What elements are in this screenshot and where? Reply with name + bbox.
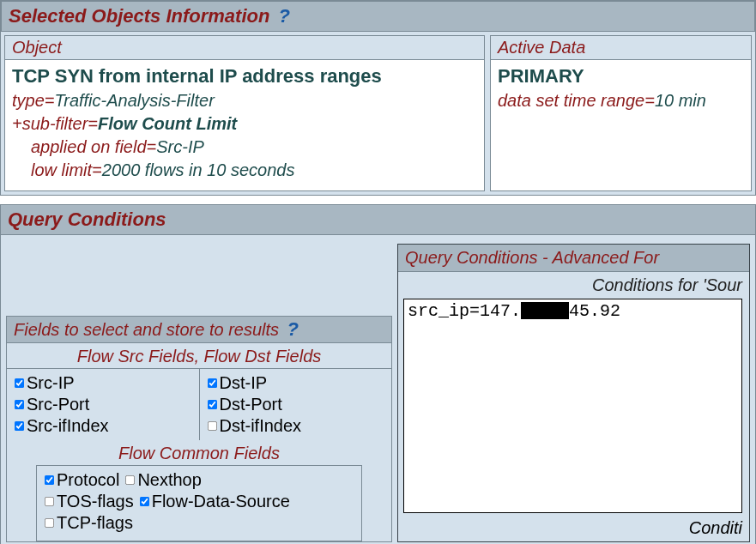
advanced-footer: Conditi [398,518,749,540]
advanced-conditions-box: Query Conditions - Advanced For Conditio… [397,244,750,542]
common-fields-box: Protocol Nexthop TOS-flags Flow-Data-Sou… [36,465,362,541]
checkbox-src-port[interactable]: Src-Port [14,394,192,415]
condition-text-suffix: 45.92 [569,301,620,321]
checkbox-label: Nexthop [137,470,202,490]
checkbox-input[interactable] [45,497,54,506]
checkbox-tcp-flags[interactable]: TCP-flags [44,512,133,534]
checkbox-input[interactable] [15,400,24,409]
checkbox-nexthop[interactable]: Nexthop [124,469,202,491]
checkbox-label: Src-ifIndex [27,416,109,436]
checkbox-input[interactable] [45,518,54,528]
fields-select-header: Fields to select and store to results ? [7,317,391,343]
type-value: Traffic-Analysis-Filter [54,91,214,110]
checkbox-input[interactable] [125,475,135,485]
flow-dst-fields-label: Flow Dst Fields [204,347,322,366]
selected-objects-panel: Selected Objects Information ? Object TC… [0,0,756,196]
checkbox-dst-ip[interactable]: Dst-IP [207,372,385,394]
object-name: TCP SYN from internal IP address ranges [12,63,477,89]
active-primary: PRIMARY [498,63,744,89]
object-column: Object TCP SYN from internal IP address … [4,35,485,191]
lowlimit-label: low limit= [31,160,102,179]
checkbox-tos-flags[interactable]: TOS-flags [44,491,134,512]
active-data-header: Active Data [491,36,751,60]
checkbox-flow-data-source[interactable]: Flow-Data-Source [139,491,290,512]
dst-fields-cell: Dst-IP Dst-Port Dst-ifIndex [200,369,392,440]
checkbox-label: Dst-IP [220,373,268,393]
range-value: 10 min [655,91,706,110]
subfilter-label: +sub-filter= [12,114,98,133]
checkbox-input[interactable] [45,475,54,485]
checkbox-input[interactable] [140,497,149,506]
checkbox-input[interactable] [15,378,24,388]
flow-src-fields-label: Flow Src Fields [77,347,195,366]
conditions-textarea[interactable]: src_ip=147.45.92 [403,299,742,513]
checkbox-label: Src-Port [27,395,89,414]
checkbox-label: TCP-flags [57,513,133,533]
src-fields-cell: Src-IP Src-Port Src-ifIndex [7,369,200,440]
checkbox-input[interactable] [15,421,24,431]
checkbox-label: Dst-ifIndex [220,416,302,436]
object-column-header: Object [5,36,484,60]
advanced-conditions-sub: Conditions for 'Sour [398,272,749,297]
checkbox-label: TOS-flags [57,492,134,511]
advanced-conditions-header: Query Conditions - Advanced For [398,245,749,272]
type-label: type= [12,91,54,110]
fields-src-dst-header: Flow Src Fields, Flow Dst Fields [7,343,391,368]
applied-value: Src-IP [156,137,204,156]
range-label: data set time range= [498,91,655,110]
help-icon[interactable]: ? [287,318,299,340]
query-conditions-header: Query Conditions [0,204,756,235]
checkbox-src-ip[interactable]: Src-IP [14,372,192,394]
checkbox-input[interactable] [207,400,216,409]
checkbox-label: Flow-Data-Source [152,492,290,511]
help-icon[interactable]: ? [279,5,290,27]
selected-objects-header: Selected Objects Information ? [1,1,755,32]
checkbox-label: Src-IP [27,373,75,393]
subfilter-value: Flow Count Limit [98,114,237,133]
checkbox-src-ifindex[interactable]: Src-ifIndex [14,415,192,437]
checkbox-input[interactable] [207,421,216,431]
checkbox-protocol[interactable]: Protocol [44,469,119,491]
checkbox-dst-port[interactable]: Dst-Port [207,394,385,415]
checkbox-label: Protocol [57,470,119,490]
redacted-segment [521,302,569,319]
flow-common-fields-label: Flow Common Fields [7,440,391,465]
fields-select-box: Fields to select and store to results ? … [6,316,392,542]
active-data-column: Active Data PRIMARY data set time range=… [490,35,752,191]
checkbox-label: Dst-Port [220,395,282,414]
fields-select-title: Fields to select and store to results [14,320,279,339]
selected-objects-title: Selected Objects Information [9,5,269,27]
condition-text-prefix: src_ip=147. [408,301,521,321]
lowlimit-value: 2000 flows in 10 seconds [102,160,295,179]
applied-label: applied on field= [31,137,156,156]
checkbox-input[interactable] [207,378,216,388]
checkbox-dst-ifindex[interactable]: Dst-ifIndex [207,415,385,437]
query-conditions-panel: Query Conditions Fields to select and st… [0,204,756,544]
